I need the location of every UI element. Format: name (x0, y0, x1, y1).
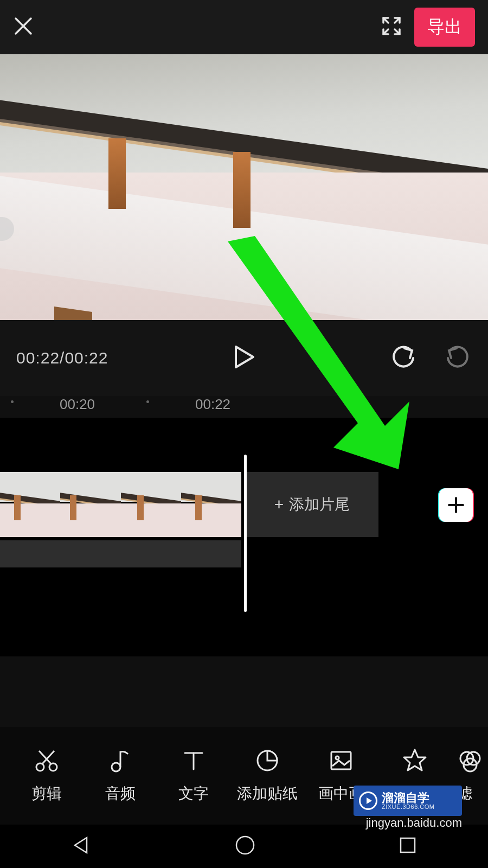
svg-marker-23 (75, 838, 87, 853)
sticker-icon (254, 748, 280, 776)
top-bar: 导出 (0, 0, 488, 54)
tool-edit[interactable]: 剪辑 (10, 748, 84, 804)
tool-label: 剪辑 (31, 783, 62, 804)
tool-sticker[interactable]: 添加贴纸 (230, 748, 304, 804)
audio-track[interactable] (0, 540, 241, 567)
add-clip-button[interactable] (439, 488, 473, 522)
star-icon (402, 748, 428, 776)
music-note-icon (107, 748, 133, 776)
svg-marker-6 (236, 347, 253, 367)
filter-icon (457, 748, 483, 776)
clip-thumbnail[interactable] (60, 472, 120, 537)
undo-button[interactable] (389, 345, 416, 371)
watermark-url: jingyan.baidu.com (366, 816, 462, 830)
watermark-brand: 溜溜自学 (382, 792, 434, 804)
ruler-tick: 00:20 (60, 396, 95, 413)
ruler-dot (11, 400, 14, 403)
svg-point-24 (236, 837, 254, 854)
video-editor-screen: 导出 00:22/00:22 (0, 0, 488, 868)
export-button[interactable]: 导出 (414, 8, 475, 47)
tool-audio[interactable]: 音频 (84, 748, 157, 804)
ruler-dot (146, 400, 149, 403)
add-ending-label: 添加片尾 (289, 494, 350, 515)
playback-bar: 00:22/00:22 (0, 320, 488, 396)
tool-label: 音频 (105, 783, 136, 804)
clip-thumbnail[interactable] (181, 472, 241, 537)
video-track[interactable] (0, 472, 241, 537)
fullscreen-icon[interactable] (381, 15, 402, 39)
play-circle-icon (359, 792, 377, 810)
picture-in-picture-icon (328, 748, 354, 776)
nav-back-button[interactable] (70, 834, 92, 858)
topbar-right: 导出 (381, 8, 475, 47)
svg-point-10 (49, 763, 57, 771)
timeline-ruler[interactable]: 00:20 00:22 (0, 396, 488, 418)
nav-recent-button[interactable] (398, 835, 418, 857)
ruler-tick: 00:22 (195, 396, 230, 413)
text-icon (181, 748, 207, 776)
time-label: 00:22/00:22 (16, 349, 108, 367)
video-preview[interactable] (0, 43, 488, 320)
redo-button[interactable] (445, 345, 472, 371)
clip-thumbnail[interactable] (0, 472, 60, 537)
close-button[interactable] (13, 16, 34, 39)
svg-point-13 (112, 763, 120, 771)
add-ending-button[interactable]: + 添加片尾 (246, 472, 378, 537)
watermark-badge: 溜溜自学 ZIXUE.3D66.COM (354, 786, 462, 816)
svg-rect-17 (331, 752, 351, 769)
clip-thumbnail[interactable] (121, 472, 181, 537)
svg-point-18 (336, 756, 339, 760)
scissors-icon (34, 748, 60, 776)
svg-marker-19 (404, 750, 426, 770)
plus-icon: + (274, 495, 284, 514)
tool-text[interactable]: 文字 (157, 748, 231, 804)
svg-point-9 (36, 763, 44, 771)
playhead[interactable] (244, 455, 247, 612)
svg-rect-25 (401, 838, 415, 852)
tool-label: 文字 (178, 783, 209, 804)
android-nav-bar (0, 825, 488, 868)
nav-home-button[interactable] (234, 834, 256, 859)
tool-label: 添加贴纸 (237, 783, 298, 804)
play-button[interactable] (233, 344, 255, 372)
timeline[interactable]: + 添加片尾 (0, 418, 488, 656)
watermark-sub: ZIXUE.3D66.COM (382, 804, 434, 810)
